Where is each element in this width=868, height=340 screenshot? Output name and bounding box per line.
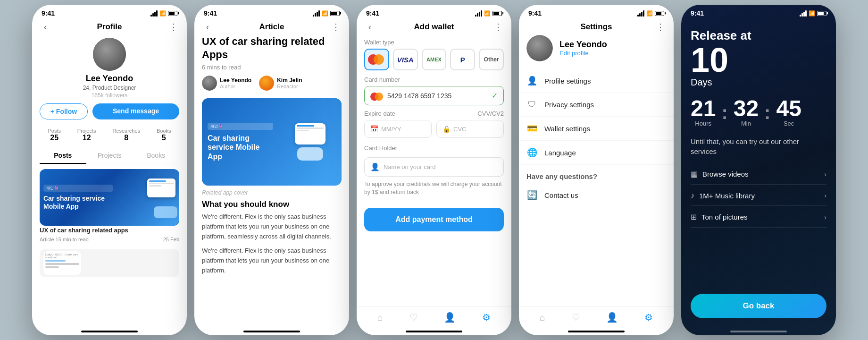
nav-settings-wallet[interactable]: ⚙ — [482, 312, 491, 323]
service-music[interactable]: ♪ 1M+ Music library › — [691, 186, 826, 206]
article-title: UX of car sharing related Apps — [202, 35, 342, 61]
stats-row: Posts 25 Projects 12 Researches 8 Books … — [32, 124, 187, 146]
cvv-field[interactable]: 🔒 CVC — [436, 120, 504, 138]
edit-profile-link[interactable]: Edit profile — [559, 50, 607, 57]
stat-posts-label: Posts — [48, 128, 61, 134]
videos-label: Browse videos — [702, 170, 749, 178]
article-body-2: We're different. Flex is the only saas b… — [194, 246, 349, 280]
menu-button-wallet[interactable]: ⋮ — [492, 22, 504, 32]
nav-bar-settings: Settings ⋮ — [519, 19, 674, 35]
seconds-unit: Sec — [776, 120, 801, 127]
stat-books: Books 5 — [157, 128, 171, 142]
wallet-paypal[interactable]: P — [450, 49, 475, 70]
go-back-button[interactable]: Go back — [691, 294, 826, 318]
card-holder-field[interactable]: 👤 Name on your card — [364, 157, 504, 177]
back-button-article[interactable]: ‹ — [202, 22, 213, 32]
article-image: 개인🔮 Car sharing service Mobile App — [202, 98, 342, 186]
date-cvv-labels: Expire date CVV/CV2 — [357, 110, 511, 117]
home-indicator-article — [243, 331, 300, 332]
service-videos-left: ▦ Browse videos — [691, 170, 749, 178]
article-section-title: What you should know — [194, 200, 349, 212]
card-holder-label: Card Holder — [357, 143, 511, 154]
settings-user-info: Lee Yeondo Edit profile — [559, 40, 607, 57]
post-meta: Article 15 min to read 25 Feb — [32, 234, 187, 245]
mini-screenshot: DailyUI 02/30 · Credit card checkout — [43, 251, 81, 275]
wallet-mastercard[interactable] — [364, 49, 389, 70]
expire-date-label: Expire date — [364, 110, 395, 117]
wallet-visa[interactable]: VISA — [393, 49, 418, 70]
stat-projects-value: 12 — [77, 134, 96, 142]
settings-profile[interactable]: 👤 Profile settings — [519, 69, 674, 93]
wifi-icon: 📶 — [159, 10, 166, 17]
stat-researches-label: Researches — [112, 128, 140, 134]
date-cvv-row: 📅 MM/YY 🔒 CVC — [364, 120, 504, 138]
wallet-scroll: Wallet type VISA AMEX P Other — [357, 35, 511, 306]
expire-date-field[interactable]: 📅 MM/YY — [364, 120, 432, 138]
privacy-settings-label: Privacy settings — [544, 101, 594, 109]
home-indicator-countdown — [730, 331, 787, 332]
hours-number: 21 — [691, 97, 716, 120]
menu-button-settings[interactable]: ⋮ — [655, 22, 666, 32]
minutes-number: 32 — [734, 97, 759, 120]
article-header: UX of car sharing related Apps 6 mins to… — [194, 35, 349, 98]
card-number-label: Card number — [364, 76, 504, 83]
card-note: To approve your creditnals we will charg… — [357, 180, 511, 204]
menu-button-article[interactable]: ⋮ — [330, 22, 342, 32]
hours-block: 21 Hours — [691, 97, 716, 127]
phones-container: 9:41 📶 ‹ Profile ⋮ — [0, 0, 868, 340]
follow-button[interactable]: + Follow — [40, 103, 88, 119]
battery-icon-settings — [655, 11, 664, 16]
nav-home-wallet[interactable]: ⌂ — [377, 312, 383, 323]
settings-language[interactable]: 🌐 Language — [519, 141, 674, 165]
service-pictures[interactable]: ⊞ Ton of pictures › — [691, 207, 826, 228]
visa-logo: VISA — [397, 56, 414, 64]
tab-books[interactable]: Books — [133, 148, 179, 164]
settings-privacy[interactable]: 🛡 Privacy settings — [519, 93, 674, 117]
article-scroll: UX of car sharing related Apps 6 mins to… — [194, 35, 349, 328]
other-label: Other — [484, 56, 499, 63]
nav-bar-profile: ‹ Profile ⋮ — [32, 19, 187, 35]
nav-settings-active[interactable]: ⚙ — [644, 312, 653, 323]
time-wallet: 9:41 — [366, 9, 379, 17]
post-card-1[interactable]: 개인🔮 Car sharing service Mobile App — [40, 169, 179, 226]
profile-settings-icon: 👤 — [526, 76, 538, 86]
add-payment-button[interactable]: Add payment method — [364, 208, 504, 231]
signal-icon-article — [313, 10, 320, 17]
service-videos[interactable]: ▦ Browse videos › — [691, 164, 826, 185]
days-label: Days — [691, 77, 826, 88]
seconds-number: 45 — [776, 97, 801, 120]
back-button[interactable]: ‹ — [40, 22, 51, 32]
status-icons: 📶 — [150, 10, 177, 17]
status-bar-settings: 9:41 📶 — [519, 5, 674, 19]
wifi-icon-wallet: 📶 — [484, 10, 491, 17]
profile-name: Lee Yeondo — [32, 74, 187, 84]
wallet-amex[interactable]: AMEX — [422, 49, 447, 70]
send-message-button[interactable]: Send message — [92, 103, 179, 119]
tab-projects[interactable]: Projects — [86, 148, 133, 164]
tabs-row: Posts Projects Books — [40, 148, 179, 164]
nav-home-settings[interactable]: ⌂ — [540, 312, 545, 323]
status-icons-article: 📶 — [313, 10, 340, 17]
nav-heart-wallet[interactable]: ♡ — [409, 312, 418, 323]
card-number-field[interactable]: 5429 1478 6597 1235 ✓ — [364, 86, 504, 105]
mastercard-logo — [368, 54, 385, 65]
time-profile: 9:41 — [42, 9, 55, 17]
back-button-wallet[interactable]: ‹ — [364, 22, 376, 32]
nav-heart-settings[interactable]: ♡ — [572, 312, 580, 323]
service-pictures-left: ⊞ Ton of pictures — [691, 212, 748, 221]
contact-us[interactable]: 🔄 Contact us — [519, 184, 674, 206]
settings-wallet[interactable]: 💳 Wallet settings — [519, 117, 674, 141]
author-2: Kim Jelin Redactor — [259, 76, 302, 91]
profile-settings-label: Profile settings — [544, 77, 591, 85]
phone-settings: 9:41 📶 Settings ⋮ — [519, 5, 674, 335]
post-card-2[interactable]: DailyUI 02/30 · Credit card checkout — [40, 249, 179, 277]
tab-posts[interactable]: Posts — [40, 148, 86, 164]
stat-posts-value: 25 — [48, 134, 61, 142]
minutes-unit: Min — [734, 120, 759, 127]
nav-user-wallet[interactable]: 👤 — [444, 312, 456, 323]
avatar — [93, 38, 126, 71]
nav-user-settings[interactable]: 👤 — [606, 312, 618, 323]
menu-button[interactable]: ⋮ — [168, 22, 179, 32]
wallet-other[interactable]: Other — [479, 49, 504, 70]
article-read-time: 6 mins to read — [202, 64, 342, 71]
